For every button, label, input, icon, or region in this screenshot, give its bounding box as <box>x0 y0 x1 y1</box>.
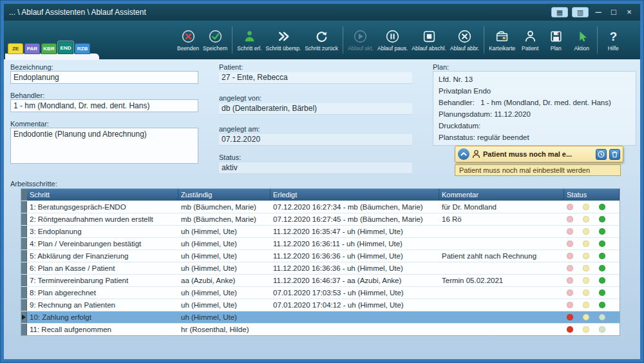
workstep-row[interactable]: 7: Terminvereinbarung Patientaa (Azubi, … <box>21 274 620 286</box>
bezeichnung-input[interactable] <box>10 71 198 84</box>
close-button[interactable]: × <box>623 6 635 18</box>
titlebar: ... \ Ablauf Assistenten \ Ablauf Assist… <box>4 4 640 21</box>
toolbar-button-schritt-bersp[interactable]: Schritt übersp. <box>264 27 303 53</box>
behandler-input[interactable] <box>10 99 198 112</box>
row-gutter <box>21 311 27 323</box>
toolbar-button-karteikarte[interactable]: Karteikarte <box>487 27 517 53</box>
toolbar-button-speichern[interactable]: Speichern <box>201 27 229 53</box>
status-dot-red <box>567 228 573 235</box>
column-header-status[interactable]: Status <box>564 189 620 201</box>
row-gutter <box>21 226 27 237</box>
workstep-row[interactable]: 6: Plan an Kasse / Patientuh (Himmel, Ut… <box>21 262 620 274</box>
angelegt-am-label: angelegt am: <box>219 125 260 133</box>
cell-schritt: 6: Plan an Kasse / Patient <box>27 262 178 274</box>
behandler-label: Behandler: <box>10 92 44 99</box>
status-dots <box>564 213 620 225</box>
workstep-row[interactable]: 3: Endoplanunguh (Himmel, Ute)11.12.2020… <box>21 225 620 237</box>
workstep-row[interactable]: 10: Zahlung erfolgtuh (Himmel, Ute) <box>21 311 620 323</box>
status-dots <box>564 324 620 335</box>
status-dot-red <box>567 314 573 320</box>
status-dot-yellow <box>583 204 589 210</box>
workstep-row[interactable]: 2: Röntgenaufnahmen wurden erstelltmb (B… <box>21 213 620 225</box>
status-dots <box>564 201 620 213</box>
hilfe-icon: ? <box>606 28 621 44</box>
toolbar-button-plan[interactable]: Plan <box>543 27 569 53</box>
plan-line: Planstatus: regulär beendet <box>439 132 630 143</box>
maximize-button[interactable]: □ <box>608 6 620 18</box>
tab-ze[interactable]: ZE <box>8 43 23 54</box>
row-gutter <box>21 213 27 225</box>
kommentar-textarea[interactable] <box>10 128 198 164</box>
workstep-row[interactable]: 8: Plan abgerechnetuh (Himmel, Ute)07.01… <box>21 286 620 299</box>
toolbar-button-ablauf-abschl[interactable]: Ablauf abschl. <box>410 27 448 53</box>
toolbar-button-beenden[interactable]: Beenden <box>175 27 201 53</box>
toolbar-button-label: Hilfe <box>608 45 619 52</box>
toolbar-button-schritt-erl[interactable]: Schritt erl. <box>235 27 263 53</box>
workstep-row[interactable]: 11: Recall aufgenommenhr (Rosenthal, Hil… <box>21 323 620 335</box>
row-gutter <box>21 299 27 311</box>
status-dot-green <box>599 216 605 222</box>
row-gutter <box>21 238 27 250</box>
plan-panel: Lfd. Nr. 13Privatplan EndoBehandler: 1 -… <box>433 71 636 146</box>
toolbar-button-hilfe[interactable]: ?Hilfe <box>600 27 626 53</box>
person-done-icon <box>242 28 257 44</box>
toolbar-button-label: Schritt übersp. <box>266 45 301 52</box>
cell-erledigt: 11.12.2020 16:36:36 - uh (Himmel, Ute) <box>270 250 439 262</box>
status-dot-yellow <box>583 302 589 308</box>
status-dot-red <box>567 302 573 308</box>
column-header-erledigt[interactable]: Erledigt <box>270 189 439 201</box>
status-dots <box>564 238 620 250</box>
tab-end[interactable]: END <box>58 41 73 54</box>
status-dots <box>564 287 620 299</box>
status-dot-yellow <box>583 228 589 235</box>
plan-label: Plan: <box>433 63 449 71</box>
toolbar-button-ablauf-paus[interactable]: Ablauf paus. <box>375 27 410 53</box>
workstep-row[interactable]: 9: Rechnung an Patientenuh (Himmel, Ute)… <box>21 299 620 311</box>
minimize-button[interactable]: ─ <box>592 6 604 18</box>
delete-button[interactable] <box>609 149 620 160</box>
status-dot-green <box>599 253 605 259</box>
status-dot-yellow <box>583 326 589 333</box>
toolbar-button-ablauf-abbr[interactable]: Ablauf abbr. <box>448 27 481 53</box>
column-header-kommentar[interactable]: Kommentar <box>439 189 564 201</box>
snooze-button[interactable] <box>596 149 607 160</box>
column-header-schritt[interactable]: Schritt <box>27 189 178 201</box>
status-dot-yellow <box>583 289 589 296</box>
cell-erledigt: 07.01.2020 17:03:53 - uh (Himmel, Ute) <box>270 287 439 299</box>
row-gutter <box>21 324 27 335</box>
tab-rzb[interactable]: RZB <box>75 43 90 54</box>
toolbar-separator <box>484 26 484 54</box>
cell-zustaendig: mb (Bäumchen, Marie) <box>178 213 270 225</box>
plan-line: Druckdatum: <box>439 120 630 132</box>
tab-kbr[interactable]: KBR <box>41 43 57 54</box>
toolbar-button-ablauf-akt[interactable]: Ablauf akt. <box>346 27 375 53</box>
toolbar-button-aktion[interactable]: Aktion <box>569 27 594 53</box>
kommentar-label: Kommentar: <box>10 120 49 128</box>
collapse-button[interactable] <box>458 148 469 160</box>
notification-title: Patient muss noch mal e... <box>483 150 593 158</box>
row-gutter <box>21 201 27 213</box>
tab-platform <box>5 54 99 60</box>
grid-chip-icon[interactable]: ▦ <box>551 7 568 17</box>
close-circle-icon <box>181 28 196 44</box>
cells-chip-icon[interactable]: ▥ <box>572 7 589 17</box>
notification-bubble: Patient muss noch mal e... <box>455 146 623 162</box>
toolbar-button-patient[interactable]: Patient <box>517 27 543 53</box>
toolbar-button-label: Plan <box>551 45 562 52</box>
cell-kommentar <box>439 299 564 311</box>
column-header-zust-ndig[interactable]: Zuständig <box>178 189 270 201</box>
cell-zustaendig: uh (Himmel, Ute) <box>178 226 270 237</box>
workstep-row[interactable]: 1: Beratungsgespräch-ENDOmb (Bäumchen, M… <box>21 201 620 213</box>
workstep-row[interactable]: 4: Plan / Vereinbarungen bestätigtuh (Hi… <box>21 237 620 250</box>
cell-kommentar <box>439 262 564 274</box>
cell-kommentar <box>439 287 564 299</box>
status-dot-green <box>599 314 605 320</box>
cell-zustaendig: uh (Himmel, Ute) <box>178 299 270 311</box>
cell-erledigt: 11.12.2020 16:36:11 - uh (Himmel, Ute) <box>270 238 439 250</box>
tab-par[interactable]: PAR <box>24 43 40 54</box>
workstep-row[interactable]: 5: Abklärung der Finanzierunguh (Himmel,… <box>21 250 620 262</box>
cell-schritt: 9: Rechnung an Patienten <box>27 299 178 311</box>
arbeitsschritte-label: Arbeitsschritte: <box>10 180 57 188</box>
toolbar-button-schritt-zur-ck[interactable]: Schritt zurück <box>303 27 340 53</box>
toolbar-separator <box>232 26 232 54</box>
